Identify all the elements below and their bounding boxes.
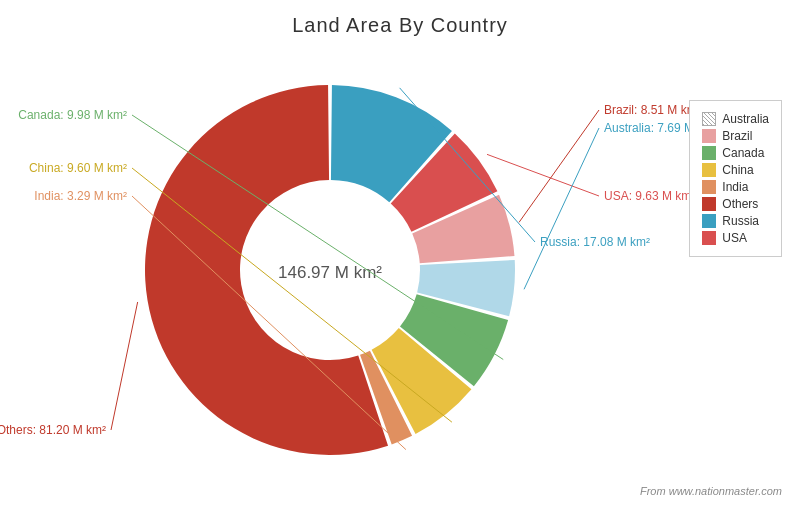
- legend-color-box: [702, 231, 716, 245]
- legend-item: Russia: [702, 214, 769, 228]
- legend-label: Russia: [722, 214, 759, 228]
- leader-line-usa: [487, 154, 599, 196]
- label-russia: Russia: 17.08 M km²: [540, 235, 650, 249]
- legend-item: Australia: [702, 112, 769, 126]
- leader-line-others: [111, 302, 138, 430]
- legend-label: USA: [722, 231, 747, 245]
- label-brazil: Brazil: 8.51 M km²: [604, 103, 701, 117]
- legend-color-box: [702, 112, 716, 126]
- legend-color-box: [702, 129, 716, 143]
- leader-line-australia: [524, 128, 599, 289]
- label-others: Others: 81.20 M km²: [0, 423, 106, 437]
- legend-color-box: [702, 197, 716, 211]
- label-usa: USA: 9.63 M km²: [604, 189, 695, 203]
- legend-color-box: [702, 214, 716, 228]
- legend: AustraliaBrazilCanadaChinaIndiaOthersRus…: [689, 100, 782, 257]
- legend-label: India: [722, 180, 748, 194]
- legend-item: USA: [702, 231, 769, 245]
- legend-item: Others: [702, 197, 769, 211]
- legend-color-box: [702, 163, 716, 177]
- legend-item: China: [702, 163, 769, 177]
- legend-item: Brazil: [702, 129, 769, 143]
- legend-label: Canada: [722, 146, 764, 160]
- label-china: China: 9.60 M km²: [29, 161, 127, 175]
- legend-color-box: [702, 180, 716, 194]
- legend-label: Others: [722, 197, 758, 211]
- leader-line-brazil: [519, 110, 599, 222]
- label-canada: Canada: 9.98 M km²: [18, 108, 127, 122]
- chart-container: Land Area By Country 146.97 M km²Russia:…: [0, 0, 800, 507]
- legend-label: Brazil: [722, 129, 752, 143]
- legend-item: Canada: [702, 146, 769, 160]
- label-india: India: 3.29 M km²: [34, 189, 127, 203]
- legend-label: Australia: [722, 112, 769, 126]
- legend-label: China: [722, 163, 753, 177]
- source-label: From www.nationmaster.com: [640, 485, 782, 497]
- legend-color-box: [702, 146, 716, 160]
- center-label: 146.97 M km²: [278, 263, 382, 282]
- donut-chart: 146.97 M km²Russia: 17.08 M km²USA: 9.63…: [0, 0, 800, 507]
- legend-item: India: [702, 180, 769, 194]
